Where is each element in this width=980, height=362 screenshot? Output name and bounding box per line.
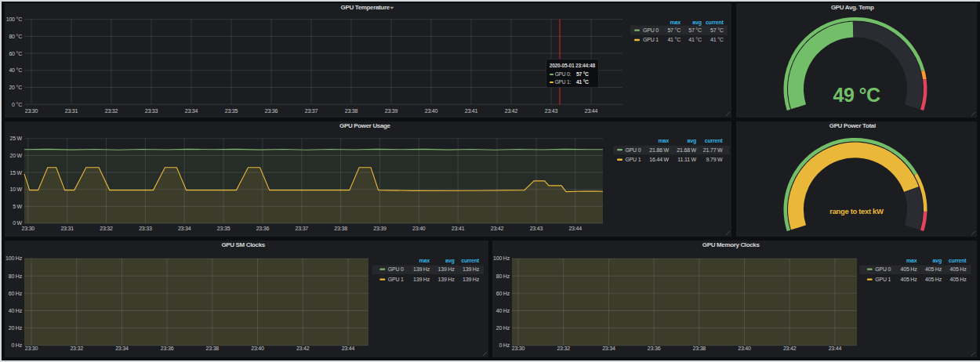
svg-text:20 Hz: 20 Hz (496, 325, 510, 331)
svg-text:21.77 W: 21.77 W (703, 147, 723, 153)
svg-text:139 Hz: 139 Hz (438, 266, 456, 272)
svg-text:0 °C: 0 °C (12, 102, 22, 107)
svg-text:405 Hz: 405 Hz (950, 277, 967, 282)
svg-text:0 Hz: 0 Hz (499, 342, 510, 348)
svg-text:100 Hz: 100 Hz (5, 255, 23, 261)
svg-text:20 °C: 20 °C (9, 85, 22, 90)
svg-text:41 °C: 41 °C (667, 37, 681, 42)
svg-text:23:37: 23:37 (296, 226, 309, 231)
svg-text:23:43: 23:43 (545, 108, 558, 114)
svg-text:23:44: 23:44 (829, 346, 842, 351)
svg-text:GPU Power Total: GPU Power Total (829, 122, 876, 129)
svg-text:23:40: 23:40 (251, 346, 264, 351)
svg-text:GPU 0: GPU 0 (388, 266, 404, 272)
svg-text:GPU Memory Clocks: GPU Memory Clocks (702, 241, 760, 248)
svg-text:21.86 W: 21.86 W (649, 147, 669, 153)
svg-text:max: max (906, 258, 917, 263)
svg-text:405 Hz: 405 Hz (901, 277, 918, 282)
svg-text:405 Hz: 405 Hz (950, 266, 967, 272)
svg-text:23:44: 23:44 (585, 108, 598, 114)
svg-text:23:36: 23:36 (161, 346, 174, 351)
svg-text:23:42: 23:42 (491, 226, 504, 231)
svg-text:57 °C: 57 °C (667, 27, 681, 33)
svg-text:23:34: 23:34 (178, 226, 191, 231)
svg-text:23:31: 23:31 (65, 108, 78, 114)
svg-text:57 °C: 57 °C (688, 27, 702, 33)
svg-text:10 W: 10 W (9, 186, 22, 192)
svg-text:23:40: 23:40 (738, 346, 751, 351)
svg-text:23:44: 23:44 (342, 346, 355, 351)
svg-text:80 Hz: 80 Hz (9, 273, 23, 279)
svg-text:23:39: 23:39 (385, 108, 398, 114)
svg-text:60 °C: 60 °C (9, 51, 22, 56)
svg-text:23:42: 23:42 (296, 346, 310, 351)
svg-text:20 W: 20 W (9, 153, 22, 158)
svg-text:23:34: 23:34 (115, 346, 129, 351)
svg-text:405 Hz: 405 Hz (925, 266, 942, 272)
svg-text:23:32: 23:32 (70, 346, 83, 351)
svg-text:15 W: 15 W (9, 170, 22, 176)
svg-text:GPU SM Clocks: GPU SM Clocks (221, 241, 265, 248)
svg-text:139 Hz: 139 Hz (463, 277, 480, 282)
svg-text:23:33: 23:33 (145, 108, 158, 114)
svg-text:23:30: 23:30 (25, 346, 38, 351)
svg-text:23:40: 23:40 (412, 226, 426, 231)
svg-text:40 Hz: 40 Hz (9, 308, 23, 313)
svg-text:25 W: 25 W (9, 136, 22, 141)
svg-text:avg: avg (692, 20, 701, 26)
svg-text:max: max (419, 258, 430, 263)
svg-text:23:40: 23:40 (425, 108, 438, 114)
svg-text:80 Hz: 80 Hz (496, 273, 510, 279)
svg-text:23:30: 23:30 (22, 226, 35, 231)
svg-text:23:38: 23:38 (693, 346, 706, 351)
svg-text:139 Hz: 139 Hz (413, 277, 430, 282)
svg-text:23:32: 23:32 (100, 226, 113, 231)
svg-text:GPU 1: GPU 1 (875, 277, 891, 282)
svg-text:23:44: 23:44 (568, 226, 582, 231)
svg-text:23:41: 23:41 (465, 108, 478, 114)
svg-text:current: current (949, 258, 967, 263)
svg-text:23:38: 23:38 (206, 346, 220, 351)
svg-text:23:30: 23:30 (25, 108, 38, 114)
svg-text:23:34: 23:34 (602, 346, 615, 351)
svg-text:23:36: 23:36 (265, 108, 278, 114)
svg-text:23:43: 23:43 (530, 226, 543, 231)
svg-text:current: current (706, 20, 724, 25)
svg-text:current: current (461, 258, 480, 263)
svg-text:60 Hz: 60 Hz (9, 291, 23, 296)
svg-text:23:41: 23:41 (452, 226, 465, 231)
svg-text:60 Hz: 60 Hz (496, 291, 510, 296)
svg-text:20 Hz: 20 Hz (9, 325, 23, 331)
svg-text:100 Hz: 100 Hz (493, 255, 510, 261)
svg-text:23:35: 23:35 (217, 226, 230, 231)
svg-text:405 Hz: 405 Hz (901, 266, 918, 272)
svg-text:23:36: 23:36 (648, 346, 661, 351)
svg-text:23:32: 23:32 (557, 346, 570, 351)
svg-text:23:37: 23:37 (305, 108, 318, 114)
svg-text:max: max (659, 138, 670, 143)
svg-text:100 °C: 100 °C (6, 16, 22, 22)
svg-text:41 °C: 41 °C (688, 37, 702, 42)
svg-text:0 Hz: 0 Hz (11, 342, 22, 348)
svg-text:16.44 W: 16.44 W (649, 157, 669, 162)
svg-text:GPU 0: GPU 0 (875, 266, 891, 272)
svg-text:405 Hz: 405 Hz (925, 277, 942, 282)
svg-text:40 °C: 40 °C (9, 67, 22, 73)
svg-text:23:31: 23:31 (60, 226, 74, 231)
svg-text:21.68 W: 21.68 W (677, 147, 696, 153)
svg-text:40 Hz: 40 Hz (496, 308, 510, 313)
svg-text:max: max (670, 20, 681, 25)
svg-text:GPU 1: GPU 1 (625, 157, 641, 162)
svg-text:23:33: 23:33 (139, 226, 152, 231)
svg-text:GPU 0: GPU 0 (643, 27, 659, 33)
svg-text:GPU 1: GPU 1 (643, 37, 659, 42)
svg-text:GPU Avg. Temp: GPU Avg. Temp (831, 4, 874, 11)
svg-text:23:34: 23:34 (185, 108, 198, 114)
svg-text:23:32: 23:32 (105, 108, 118, 114)
svg-text:GPU Power Usage: GPU Power Usage (339, 122, 390, 129)
svg-text:139 Hz: 139 Hz (463, 266, 480, 272)
svg-text:avg: avg (445, 258, 454, 264)
svg-text:GPU 1: GPU 1 (388, 277, 404, 282)
svg-text:GPU Temperature: GPU Temperature (341, 4, 390, 11)
svg-text:23:30: 23:30 (512, 346, 525, 351)
